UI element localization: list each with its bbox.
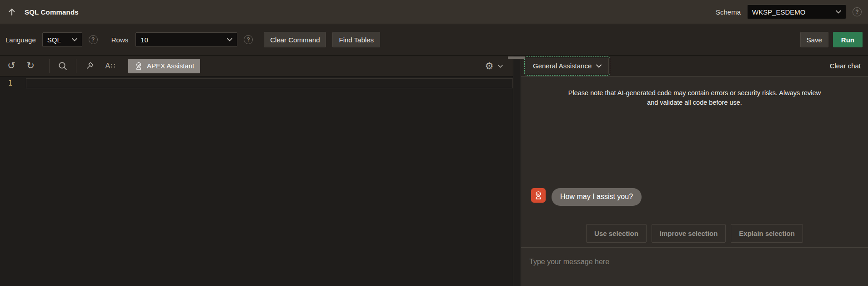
current-line-highlight	[26, 78, 513, 88]
chevron-down-icon	[498, 65, 503, 68]
schema-select[interactable]: WKSP_ESDEMO	[747, 5, 846, 19]
editor-toolbar: ↺ ↻ A∷	[0, 56, 513, 77]
schema-select-value: WKSP_ESDEMO	[752, 8, 806, 16]
rows-label: Rows	[111, 36, 129, 44]
chevron-down-icon	[836, 10, 841, 14]
message-input-area	[521, 247, 868, 286]
clear-chat-button[interactable]: Clear chat	[830, 62, 861, 70]
top-bar-left: SQL Commands	[6, 6, 79, 17]
selection-actions-row: Use selection Improve selection Explain …	[521, 224, 868, 243]
help-icon[interactable]: ?	[853, 7, 862, 16]
chevron-down-icon	[72, 38, 77, 41]
chat-body: Please note that AI-generated code may c…	[521, 77, 868, 247]
use-selection-button[interactable]: Use selection	[586, 224, 647, 243]
assistant-message-row: How may I assist you?	[531, 188, 642, 206]
autocomplete-glyph: A∷	[105, 61, 116, 70]
toolbar-separator	[49, 59, 50, 73]
assistant-header: General Assistance Clear chat	[521, 56, 868, 77]
editor-pane: ↺ ↻ A∷	[0, 56, 513, 286]
assistant-avatar	[531, 188, 546, 203]
run-button[interactable]: Run	[833, 32, 863, 47]
robot-icon	[533, 190, 543, 200]
splitter-grip-handle[interactable]	[508, 56, 525, 59]
search-button[interactable]	[56, 59, 70, 73]
command-toolbar-left: Language SQL ? Rows 10 ? Clear Command F…	[5, 32, 380, 47]
rows-select-value: 10	[140, 36, 148, 44]
redo-button[interactable]: ↻	[24, 59, 37, 73]
schema-label: Schema	[716, 8, 741, 16]
gear-icon: ⚙	[482, 59, 496, 73]
apex-assistant-label: APEX Assistant	[147, 62, 194, 70]
format-hammer-button[interactable]	[83, 59, 96, 73]
save-button[interactable]: Save	[800, 32, 828, 47]
clear-command-button[interactable]: Clear Command	[264, 32, 326, 47]
ai-disclaimer: Please note that AI-generated code may c…	[563, 88, 827, 107]
message-input[interactable]	[521, 248, 868, 286]
help-icon[interactable]: ?	[244, 35, 253, 44]
improve-selection-button[interactable]: Improve selection	[652, 224, 726, 243]
up-arrow-icon[interactable]	[6, 6, 17, 17]
robot-icon	[134, 61, 143, 71]
editor-gutter: 1	[0, 77, 26, 286]
assistance-mode-label: General Assistance	[533, 62, 592, 70]
command-toolbar: Language SQL ? Rows 10 ? Clear Command F…	[0, 24, 868, 56]
sql-commands-app: SQL Commands Schema WKSP_ESDEMO ? Langua…	[0, 0, 868, 286]
line-number: 1	[8, 79, 12, 87]
language-label: Language	[5, 36, 36, 44]
main-area: ↺ ↻ A∷	[0, 56, 868, 286]
editor-settings-button[interactable]: ⚙	[482, 56, 503, 77]
rows-select[interactable]: 10	[135, 32, 237, 47]
apex-assistant-panel: General Assistance Clear chat Please not…	[521, 56, 868, 286]
chevron-down-icon	[227, 38, 232, 41]
command-toolbar-right: Save Run	[800, 32, 863, 47]
chevron-down-icon	[596, 64, 602, 68]
language-select[interactable]: SQL	[42, 32, 82, 47]
undo-button[interactable]: ↺	[5, 59, 18, 73]
assistant-message-bubble: How may I assist you?	[552, 188, 642, 206]
help-icon[interactable]: ?	[89, 35, 98, 44]
toolbar-separator	[76, 59, 76, 73]
top-bar: SQL Commands Schema WKSP_ESDEMO ?	[0, 0, 868, 24]
explain-selection-button[interactable]: Explain selection	[731, 224, 803, 243]
language-select-value: SQL	[47, 36, 61, 44]
assistance-mode-button[interactable]: General Assistance	[526, 58, 609, 74]
apex-assistant-button[interactable]: APEX Assistant	[128, 59, 200, 73]
top-bar-right: Schema WKSP_ESDEMO ?	[716, 5, 862, 19]
autocomplete-button[interactable]: A∷	[104, 59, 117, 73]
page-title: SQL Commands	[25, 8, 79, 16]
code-editor[interactable]: 1	[0, 77, 513, 286]
panel-splitter[interactable]	[513, 56, 521, 286]
find-tables-button[interactable]: Find Tables	[332, 32, 380, 47]
